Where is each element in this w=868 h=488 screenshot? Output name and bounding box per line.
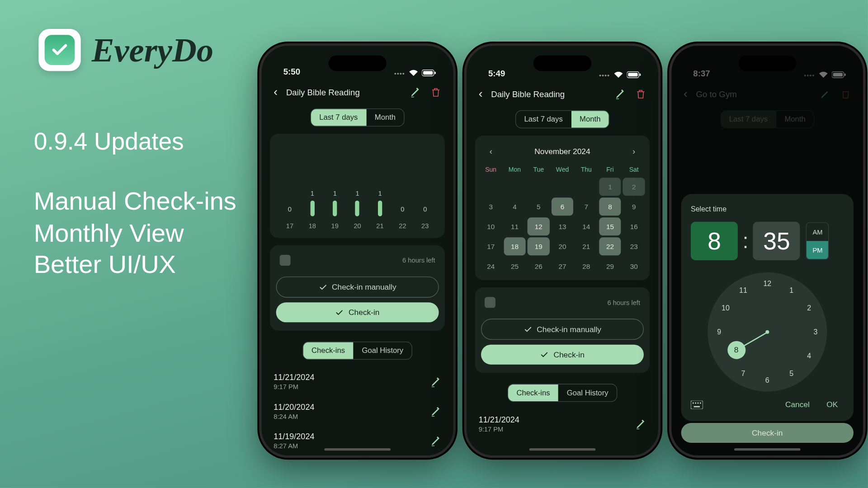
delete-icon[interactable]	[635, 88, 646, 99]
cal-day[interactable]: 15	[599, 217, 621, 235]
edit-checkin-icon[interactable]	[430, 435, 441, 446]
cal-day[interactable]: 26	[528, 257, 550, 275]
bar-column: 023	[415, 206, 435, 230]
clock-hour-4[interactable]: 4	[807, 352, 811, 361]
cal-weekday-row: SunMonTueWedThuFriSat	[480, 163, 645, 176]
cal-day[interactable]: 17	[480, 237, 502, 255]
cal-day[interactable]: 19	[528, 237, 550, 255]
cal-day[interactable]: 22	[599, 237, 621, 255]
cal-day[interactable]: 13	[552, 217, 574, 235]
cal-day[interactable]: 24	[480, 257, 502, 275]
svg-rect-3	[411, 96, 414, 97]
back-icon[interactable]: ‹	[274, 85, 278, 99]
cal-day[interactable]: 5	[528, 197, 550, 216]
clock-hour-2[interactable]: 2	[807, 304, 811, 312]
back-icon[interactable]: ‹	[479, 87, 483, 101]
am-option[interactable]: AM	[807, 223, 829, 241]
seg-last7[interactable]: Last 7 days	[516, 111, 571, 127]
edit-checkin-icon[interactable]	[430, 406, 441, 417]
checkin-manual-button[interactable]: Check-in manually	[481, 319, 644, 340]
cal-day[interactable]: 10	[480, 217, 502, 235]
seg-month[interactable]: Month	[571, 111, 609, 127]
clock-face[interactable]: 8 12123456791011	[708, 272, 827, 392]
cal-weekday: Tue	[528, 163, 550, 176]
svg-rect-5	[432, 416, 434, 416]
edit-checkin-icon[interactable]	[430, 376, 441, 387]
keyboard-icon[interactable]	[691, 400, 703, 409]
cal-day[interactable]: 11	[504, 217, 526, 235]
cal-day[interactable]: 16	[623, 217, 645, 235]
edit-icon[interactable]	[615, 88, 626, 99]
cal-day[interactable]: 6	[552, 197, 574, 216]
cal-day[interactable]: 3	[480, 197, 502, 216]
clock-hour-12[interactable]: 12	[763, 280, 771, 288]
cal-day[interactable]: 9	[623, 197, 645, 216]
cal-day[interactable]: 23	[623, 237, 645, 255]
cal-next-icon[interactable]: ›	[627, 144, 640, 159]
ampm-toggle[interactable]: AM PM	[806, 222, 829, 260]
bar-column: 121	[370, 190, 390, 230]
home-indicator[interactable]	[529, 448, 596, 450]
cal-day[interactable]: 28	[575, 257, 597, 275]
clock-hour-9[interactable]: 9	[717, 328, 721, 336]
checkin-manual-button[interactable]: Check-in manually	[276, 277, 439, 298]
seg-goal-history[interactable]: Goal History	[558, 385, 617, 401]
app-logo	[38, 29, 80, 71]
cal-day[interactable]: 21	[575, 237, 597, 255]
ok-button[interactable]: OK	[821, 396, 844, 413]
seg-checkins[interactable]: Check-ins	[303, 342, 353, 359]
checkin-row: 11/21/20249:17 PM	[475, 409, 650, 438]
cal-day[interactable]: 30	[623, 257, 645, 275]
cancel-button[interactable]: Cancel	[779, 396, 816, 413]
checkin-button[interactable]: Check-in	[276, 302, 439, 322]
checkin-button[interactable]: Check-in	[481, 345, 644, 365]
cal-weekday: Fri	[599, 163, 621, 176]
clock-hour-7[interactable]: 7	[741, 370, 745, 378]
edit-checkin-icon[interactable]	[635, 418, 646, 429]
cal-day[interactable]: 1	[599, 178, 621, 196]
cal-day[interactable]: 27	[552, 257, 574, 275]
hour-input[interactable]: 8	[691, 222, 738, 260]
svg-rect-6	[432, 445, 434, 446]
home-indicator[interactable]	[734, 448, 801, 450]
phone-mockup-weekly: 5:50 •••• ‹ Daily Bible Reading	[259, 43, 456, 458]
minute-input[interactable]: 35	[753, 222, 800, 260]
delete-icon[interactable]	[430, 86, 441, 97]
cal-day[interactable]: 20	[552, 237, 574, 255]
timepicker-title: Select time	[691, 205, 844, 213]
bar-value: 0	[288, 206, 292, 213]
clock-hour-11[interactable]: 11	[739, 286, 747, 295]
clock-hour-10[interactable]: 10	[722, 304, 730, 312]
edit-icon[interactable]	[410, 86, 421, 97]
clock-selected-hour[interactable]: 8	[727, 341, 745, 359]
bar-value: 1	[333, 190, 337, 197]
seg-last7[interactable]: Last 7 days	[311, 109, 367, 126]
seg-checkins[interactable]: Check-ins	[508, 385, 558, 401]
cal-day[interactable]: 25	[504, 257, 526, 275]
cal-day[interactable]: 14	[575, 217, 597, 235]
clock-hour-3[interactable]: 3	[813, 328, 817, 336]
checkin-manual-label: Check-in manually	[537, 325, 601, 334]
checkin-row: 11/20/20248:24 AM	[270, 396, 445, 426]
bar-value: 0	[401, 206, 404, 213]
checkin-date: 11/20/2024	[274, 403, 314, 412]
clock-hour-5[interactable]: 5	[789, 370, 793, 378]
cal-day[interactable]: 4	[504, 197, 526, 216]
clock-hour-1[interactable]: 1	[789, 286, 793, 295]
cal-day[interactable]: 29	[599, 257, 621, 275]
home-indicator[interactable]	[324, 448, 391, 450]
bar-value: 1	[378, 190, 382, 197]
phone-mockup-monthly: 5:49 •••• ‹ Daily Bible Reading	[464, 43, 661, 458]
seg-month[interactable]: Month	[366, 109, 404, 126]
cal-day[interactable]: 7	[575, 197, 597, 216]
pm-option[interactable]: PM	[807, 241, 829, 259]
cal-day[interactable]: 2	[623, 178, 645, 196]
seg-goal-history[interactable]: Goal History	[354, 342, 412, 359]
cal-day[interactable]: 18	[504, 237, 526, 255]
cal-day[interactable]: 8	[599, 197, 621, 216]
cal-day[interactable]: 12	[528, 217, 550, 235]
svg-rect-10	[616, 98, 619, 99]
page-title: 0.9.4 Updates	[34, 128, 184, 155]
cal-prev-icon[interactable]: ‹	[485, 144, 497, 159]
clock-hour-6[interactable]: 6	[765, 376, 769, 385]
